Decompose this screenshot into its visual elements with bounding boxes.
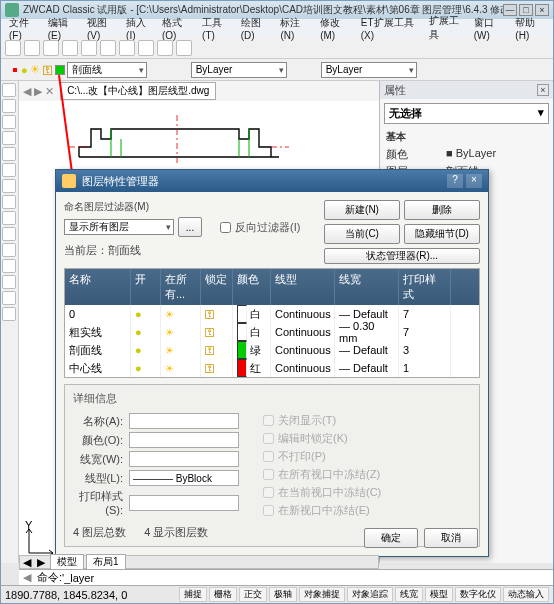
dialog-close-button[interactable]: × <box>466 174 482 188</box>
pline-icon[interactable] <box>2 99 16 113</box>
layer-row[interactable]: 0●☀⚿白Continuous— Default7 <box>65 305 479 323</box>
layout1-tab[interactable]: 布局1 <box>86 554 126 570</box>
redo-icon[interactable] <box>176 40 192 56</box>
arc-icon[interactable] <box>2 131 16 145</box>
menu-item[interactable]: 文件(F) <box>5 15 42 42</box>
menu-item[interactable]: 视图(V) <box>83 15 120 42</box>
paste-icon[interactable] <box>138 40 154 56</box>
filter-label: 命名图层过滤器(M) <box>64 200 314 214</box>
selection-dropdown[interactable]: 无选择 <box>384 103 549 124</box>
properties-title: 属性 <box>384 83 406 98</box>
status-toggle[interactable]: 线宽 <box>395 587 423 602</box>
rect-icon[interactable] <box>2 163 16 177</box>
layer-color-swatch <box>55 65 65 75</box>
invert-filter-checkbox[interactable]: 反向过滤器(I) <box>220 220 300 235</box>
status-toggle[interactable]: 对象捕捉 <box>299 587 345 602</box>
menu-item[interactable]: 扩展工具 <box>425 13 468 43</box>
detail-ltype-input[interactable]: ———— ByBlock <box>129 470 239 486</box>
detail-option: 在当前视口中冻结(C) <box>263 485 381 500</box>
linetype-dropdown[interactable]: ByLayer <box>321 62 417 78</box>
region-icon[interactable] <box>2 291 16 305</box>
layer-grid[interactable]: 名称 开 在所有... 锁定 颜色 线型 线宽 打印样式 0●☀⚿白Contin… <box>64 268 480 378</box>
state-manager-button[interactable]: 状态管理器(R)... <box>324 248 480 264</box>
cancel-button[interactable]: 取消 <box>424 528 478 548</box>
status-toggle[interactable]: 极轴 <box>269 587 297 602</box>
menu-item[interactable]: 格式(O) <box>158 15 196 42</box>
detail-option: 在所有视口中冻结(Z) <box>263 467 381 482</box>
layer-toolbar: ●☀⚿ 剖面线 ByLayer ByLayer <box>1 59 553 81</box>
text-icon[interactable] <box>2 227 16 241</box>
block-icon[interactable] <box>2 243 16 257</box>
category-basic: 基本 <box>384 128 549 146</box>
menu-item[interactable]: 窗口(W) <box>470 15 510 42</box>
grid-icon[interactable] <box>2 307 16 321</box>
ok-button[interactable]: 确定 <box>364 528 418 548</box>
ray-icon[interactable] <box>2 115 16 129</box>
dialog-title: 图层特性管理器 <box>82 174 159 189</box>
line-icon[interactable] <box>2 83 16 97</box>
menu-item[interactable]: 插入(I) <box>122 15 156 42</box>
point-icon[interactable] <box>2 259 16 273</box>
undo-icon[interactable] <box>157 40 173 56</box>
detail-color-input[interactable] <box>129 432 239 448</box>
hide-details-button[interactable]: 隐藏细节(D) <box>404 224 480 244</box>
open-icon[interactable] <box>24 40 40 56</box>
command-line[interactable]: ◀ 命令: '_layer <box>19 569 553 585</box>
layer-properties-dialog: 图层特性管理器 ? × 命名图层过滤器(M) 显示所有图层 ... 反向过滤器(… <box>55 169 489 557</box>
dialog-help-button[interactable]: ? <box>447 174 463 188</box>
detail-option: 不打印(P) <box>263 449 381 464</box>
layer-row[interactable]: 粗实线●☀⚿白Continuous— 0.30 mm7 <box>65 323 479 341</box>
menu-item[interactable]: ET扩展工具(X) <box>357 15 423 42</box>
color-dropdown[interactable]: ByLayer <box>191 62 287 78</box>
layout-tabs: ◀▶ 模型 布局1 <box>19 555 379 569</box>
table-icon[interactable] <box>2 275 16 289</box>
detail-name-input[interactable] <box>129 413 239 429</box>
detail-option: 关闭显示(T) <box>263 413 381 428</box>
status-bar: 1890.7788, 1845.8234, 0 捕捉栅格正交极轴对象捕捉对象追踪… <box>1 585 553 603</box>
status-toggle[interactable]: 正交 <box>239 587 267 602</box>
status-toggle[interactable]: 栅格 <box>209 587 237 602</box>
status-toggle[interactable]: 捕捉 <box>179 587 207 602</box>
menu-bar: 文件(F)编辑(E)视图(V)插入(I)格式(O)工具(T)绘图(D)标注(N)… <box>1 19 553 37</box>
copy-icon[interactable] <box>119 40 135 56</box>
model-tab[interactable]: 模型 <box>50 554 84 570</box>
current-layer-button[interactable]: 当前(C) <box>324 224 400 244</box>
cut-icon[interactable] <box>100 40 116 56</box>
save-icon[interactable] <box>43 40 59 56</box>
spline-icon[interactable] <box>2 195 16 209</box>
coordinates: 1890.7788, 1845.8234, 0 <box>5 589 127 601</box>
status-toggle[interactable]: 模型 <box>425 587 453 602</box>
menu-item[interactable]: 标注(N) <box>276 15 314 42</box>
menu-item[interactable]: 帮助(H) <box>511 15 549 42</box>
details-panel: 详细信息 名称(A): 颜色(O): 线宽(W): 线型(L):———— ByB… <box>64 384 480 547</box>
menu-item[interactable]: 绘图(D) <box>237 15 275 42</box>
new-icon[interactable] <box>5 40 21 56</box>
status-toggle[interactable]: 动态输入 <box>503 587 549 602</box>
property-row[interactable]: 颜色■ ByLayer <box>384 146 549 163</box>
menu-item[interactable]: 编辑(E) <box>44 15 81 42</box>
layer-dropdown[interactable]: 剖面线 <box>67 62 147 78</box>
status-toggle[interactable]: 数字化仪 <box>455 587 501 602</box>
layer-row[interactable]: 剖面线●☀⚿绿Continuous— Default3 <box>65 341 479 359</box>
print-icon[interactable] <box>62 40 78 56</box>
ellipse-icon[interactable] <box>2 179 16 193</box>
filter-browse-button[interactable]: ... <box>178 217 202 237</box>
menu-item[interactable]: 工具(T) <box>198 15 235 42</box>
preview-icon[interactable] <box>81 40 97 56</box>
delete-layer-button[interactable]: 删除 <box>404 200 480 220</box>
draw-toolbar <box>1 81 19 563</box>
new-layer-button[interactable]: 新建(N) <box>324 200 400 220</box>
detail-pstyle-input[interactable] <box>129 495 239 511</box>
layer-row[interactable]: 中心线●☀⚿红Continuous— Default1 <box>65 359 479 377</box>
hatch-icon[interactable] <box>2 211 16 225</box>
dialog-icon <box>62 174 76 188</box>
circle-icon[interactable] <box>2 147 16 161</box>
filter-dropdown[interactable]: 显示所有图层 <box>64 219 174 235</box>
svg-text:Y: Y <box>25 519 33 531</box>
status-toggle[interactable]: 对象追踪 <box>347 587 393 602</box>
layer-manager-button[interactable] <box>13 68 17 72</box>
menu-item[interactable]: 修改(M) <box>316 15 355 42</box>
properties-close-icon[interactable]: × <box>537 84 549 96</box>
document-tab[interactable]: C:\...改【中心线】图层线型.dwg <box>60 82 216 100</box>
detail-lweight-input[interactable] <box>129 451 239 467</box>
